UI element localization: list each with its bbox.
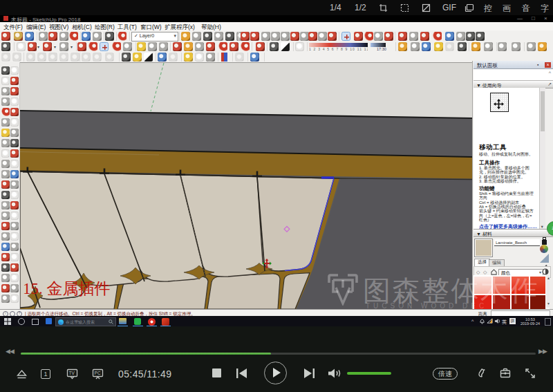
svg-text:TV: TV	[69, 371, 75, 375]
svg-text:PC: PC	[95, 371, 101, 375]
